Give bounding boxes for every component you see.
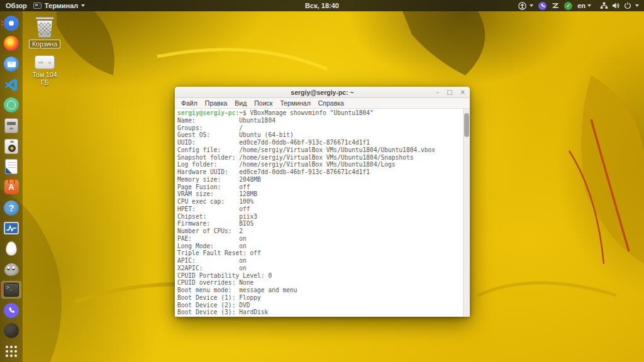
system-monitor-icon <box>4 222 19 234</box>
file-cabinet-icon <box>4 118 18 133</box>
chevron-down-icon <box>81 4 85 7</box>
chevron-down-icon <box>530 4 533 7</box>
dock-item-help[interactable]: ? <box>1 199 21 217</box>
help-glyph: ? <box>9 203 14 213</box>
dock-item-dark-app[interactable] <box>1 322 21 340</box>
dock-item-gimp[interactable] <box>1 261 21 278</box>
apps-grid-icon <box>6 346 17 357</box>
dock-item-firefox[interactable] <box>1 35 21 53</box>
running-indicator <box>1 21 3 26</box>
command-text: VBoxManage showvminfo "Ubuntu1804" <box>250 109 374 116</box>
dark-app-icon <box>4 323 19 338</box>
chromium-icon <box>4 16 19 31</box>
menu-bar: Файл Правка Вид Поиск Терминал Справка <box>175 98 470 109</box>
dock-item-file-cabinet[interactable] <box>1 117 21 134</box>
desktop-icon-volume[interactable]: Том 104 ГБ <box>21 55 69 86</box>
title-bar[interactable]: sergiy@sergiy-pc: ~ – □ × <box>175 87 470 98</box>
dock-item-green-app[interactable] <box>1 97 21 114</box>
dock: A ? >_ <box>0 11 23 362</box>
top-bar: Обзор Терминал Вск, 18:40 <box>0 0 644 11</box>
menu-search[interactable]: Поиск <box>250 99 276 107</box>
dock-item-viber[interactable] <box>1 302 21 319</box>
clock[interactable]: Вск, 18:40 <box>305 0 339 11</box>
accessibility-icon <box>518 2 526 10</box>
dock-item-audio-player[interactable] <box>1 138 21 155</box>
app-menu[interactable]: Терминал <box>33 2 86 9</box>
system-menu[interactable] <box>600 2 639 9</box>
egg-icon <box>6 241 17 256</box>
drive-icon <box>35 55 55 69</box>
viber-icon <box>4 303 19 318</box>
firefox-icon <box>4 36 19 51</box>
dock-item-system-monitor[interactable] <box>1 219 21 237</box>
desktop: Обзор Терминал Вск, 18:40 <box>0 0 644 362</box>
help-icon: ? <box>4 200 19 216</box>
zigzag-status-icon[interactable] <box>552 2 559 9</box>
trash-icon <box>35 17 54 38</box>
vscode-icon <box>4 78 18 92</box>
thunderbird-icon <box>4 57 19 72</box>
terminal-glyph: >_ <box>6 285 13 290</box>
close-button[interactable]: × <box>460 89 465 96</box>
menu-view[interactable]: Вид <box>231 99 250 107</box>
app-menu-label: Терминал <box>45 2 79 9</box>
terminal-text: sergiy@sergiy-pc:~$ VBoxManage showvminf… <box>177 109 462 317</box>
gimp-icon <box>4 263 19 276</box>
desktop-icon-trash[interactable]: Корзина <box>21 17 69 48</box>
dock-item-terminal[interactable]: >_ <box>1 281 21 299</box>
green-app-icon <box>4 97 19 112</box>
volume-label: Том 104 ГБ <box>29 71 60 86</box>
chevron-down-icon <box>587 4 591 7</box>
terminal-window: sergiy@sergiy-pc: ~ – □ × Файл Правка Ви… <box>175 87 470 317</box>
activities-button[interactable]: Обзор <box>6 2 27 9</box>
prompt-user: sergiy@sergiy-pc <box>177 109 235 116</box>
ubuntu-software-icon: A <box>4 180 19 194</box>
dock-item-egg-app[interactable] <box>1 240 21 258</box>
command-output: Name: Ubuntu1804 Groups: / Guest OS: Ubu… <box>177 117 435 316</box>
keyboard-layout-label: en <box>577 2 586 9</box>
window-title: sergiy@sergiy-pc: ~ <box>291 89 353 96</box>
keyboard-layout-menu[interactable]: en <box>577 2 591 9</box>
running-indicator <box>1 284 3 295</box>
audio-player-icon <box>4 139 18 154</box>
dock-item-libreoffice-writer[interactable] <box>1 158 21 175</box>
network-wired-icon <box>600 2 608 9</box>
scrollbar[interactable] <box>463 109 470 317</box>
dock-item-chromium[interactable] <box>1 14 21 32</box>
show-applications-button[interactable] <box>1 343 21 360</box>
prompt-suffix: :~$ <box>235 109 250 116</box>
menu-file[interactable]: Файл <box>177 99 201 107</box>
maximize-button[interactable]: □ <box>447 89 452 96</box>
dock-item-ubuntu-software[interactable]: A <box>1 178 21 196</box>
minimize-button[interactable]: – <box>436 89 439 96</box>
chevron-down-icon <box>635 4 639 7</box>
trash-label: Корзина <box>29 40 60 48</box>
dock-item-thunderbird[interactable] <box>1 55 21 73</box>
activities-label: Обзор <box>6 2 27 9</box>
check-glyph: ✓ <box>566 3 571 9</box>
scrollbar-thumb[interactable] <box>464 113 469 137</box>
viber-tray-icon[interactable] <box>538 2 547 10</box>
updates-ok-icon[interactable]: ✓ <box>564 2 572 10</box>
volume-icon <box>612 2 620 9</box>
menu-edit[interactable]: Правка <box>201 99 231 107</box>
software-glyph: A <box>8 182 14 192</box>
phone-icon <box>540 3 545 8</box>
menu-terminal[interactable]: Терминал <box>276 99 314 107</box>
terminal-icon: >_ <box>4 283 19 297</box>
accessibility-menu[interactable] <box>518 2 533 10</box>
clock-label: Вск, 18:40 <box>305 2 339 9</box>
terminal-app-icon <box>33 3 42 9</box>
menu-help[interactable]: Справка <box>314 99 348 107</box>
dock-item-vscode[interactable] <box>1 76 21 94</box>
libreoffice-writer-icon <box>5 159 18 174</box>
terminal-content[interactable]: sergiy@sergiy-pc:~$ VBoxManage showvminf… <box>175 109 470 317</box>
power-icon <box>624 2 631 9</box>
